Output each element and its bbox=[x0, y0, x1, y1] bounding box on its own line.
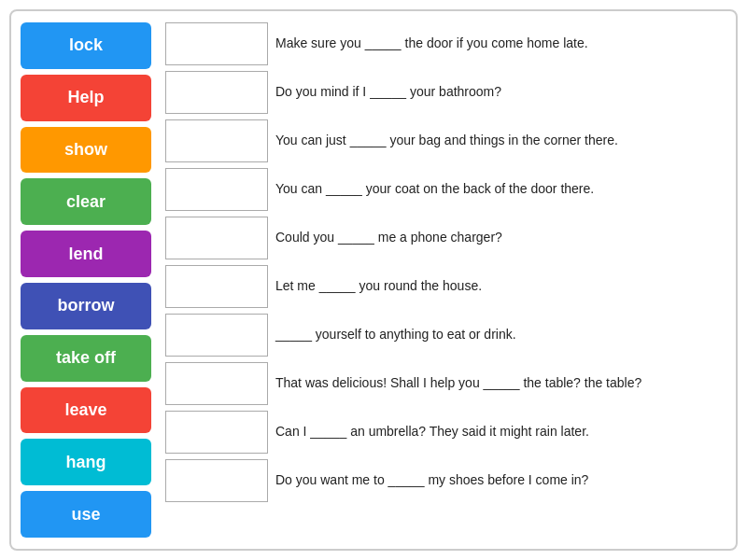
sentence-row-4: Could you _____ me a phone charger? bbox=[165, 217, 726, 259]
sentence-text-5: Let me _____ you round the house. bbox=[275, 277, 482, 296]
sentence-row-2: You can just _____ your bag and things i… bbox=[165, 119, 726, 162]
sentence-text-9: Do you want me to _____ my shoes before … bbox=[275, 471, 588, 490]
sentence-text-0: Make sure you _____ the door if you come… bbox=[275, 35, 588, 53]
sentence-text-1: Do you mind if I _____ your bathroom? bbox=[275, 83, 501, 102]
answer-box-2 bbox=[165, 119, 268, 162]
word-btn-help[interactable]: Help bbox=[21, 75, 151, 121]
word-btn-take-off[interactable]: take off bbox=[21, 335, 151, 382]
answer-box-5 bbox=[165, 265, 268, 308]
word-btn-use[interactable]: use bbox=[21, 491, 151, 538]
sentence-row-7: That was delicious! Shall I help you ___… bbox=[165, 362, 726, 405]
answer-box-7 bbox=[165, 362, 268, 405]
sentences-column: Make sure you _____ the door if you come… bbox=[165, 22, 726, 538]
sentence-row-5: Let me _____ you round the house. bbox=[165, 265, 726, 308]
word-buttons-column: lockHelpshowclearlendborrowtake offleave… bbox=[21, 22, 156, 538]
sentence-text-6: _____ yourself to anything to eat or dri… bbox=[275, 326, 516, 344]
sentence-row-6: _____ yourself to anything to eat or dri… bbox=[165, 314, 726, 357]
answer-box-0 bbox=[165, 22, 268, 65]
answer-box-1 bbox=[165, 71, 268, 114]
sentence-row-8: Can I _____ an umbrella? They said it mi… bbox=[165, 411, 726, 454]
sentence-row-0: Make sure you _____ the door if you come… bbox=[165, 22, 726, 65]
answer-box-3 bbox=[165, 168, 268, 211]
word-btn-hang[interactable]: hang bbox=[21, 439, 151, 485]
sentence-row-3: You can _____ your coat on the back of t… bbox=[165, 168, 726, 211]
sentence-text-3: You can _____ your coat on the back of t… bbox=[275, 180, 594, 199]
sentence-text-7: That was delicious! Shall I help you ___… bbox=[275, 374, 641, 393]
answer-box-8 bbox=[165, 411, 268, 454]
sentence-row-1: Do you mind if I _____ your bathroom? bbox=[165, 71, 726, 114]
word-btn-leave[interactable]: leave bbox=[21, 387, 151, 434]
sentence-text-8: Can I _____ an umbrella? They said it mi… bbox=[275, 423, 589, 441]
sentence-row-9: Do you want me to _____ my shoes before … bbox=[165, 459, 726, 502]
answer-box-9 bbox=[165, 459, 268, 502]
answer-box-6 bbox=[165, 314, 268, 357]
sentence-text-2: You can just _____ your bag and things i… bbox=[275, 132, 618, 150]
sentence-text-4: Could you _____ me a phone charger? bbox=[275, 229, 502, 247]
word-btn-lock[interactable]: lock bbox=[21, 22, 151, 69]
word-btn-show[interactable]: show bbox=[21, 127, 151, 174]
answer-box-4 bbox=[165, 217, 268, 259]
word-btn-borrow[interactable]: borrow bbox=[21, 283, 151, 329]
main-container: lockHelpshowclearlendborrowtake offleave… bbox=[9, 9, 738, 551]
word-btn-lend[interactable]: lend bbox=[21, 231, 151, 277]
word-btn-clear[interactable]: clear bbox=[21, 178, 151, 225]
